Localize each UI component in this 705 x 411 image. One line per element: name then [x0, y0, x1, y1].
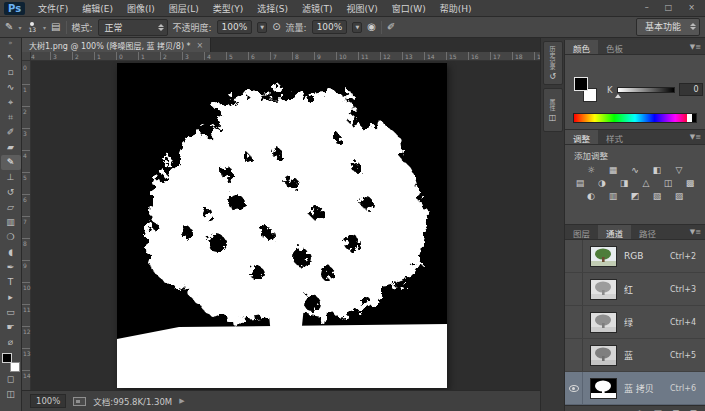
tool-lasso-icon[interactable]: ∿: [1, 80, 21, 95]
workspace-switcher[interactable]: 基本功能: [636, 18, 700, 36]
color-panel-swatches[interactable]: [574, 77, 598, 103]
tool-eyedropper-icon[interactable]: ✐: [1, 125, 21, 140]
dock-panel-properties[interactable]: 属性◫: [543, 88, 563, 132]
tool-gradient-icon[interactable]: ▥: [1, 215, 21, 230]
brush-tool-icon[interactable]: ✎: [5, 22, 13, 32]
minimize-button[interactable]: –: [645, 4, 649, 12]
close-button[interactable]: ×: [688, 4, 695, 12]
quick-mask-button[interactable]: ◻: [1, 372, 21, 387]
background-color-swatch[interactable]: [10, 362, 20, 372]
adjustment-curves-icon[interactable]: ∿: [629, 164, 642, 176]
adjustment-selective-color-icon[interactable]: ▨: [673, 190, 686, 202]
adjustment-threshold-icon[interactable]: ◩: [629, 190, 642, 202]
horizontal-ruler[interactable]: 4321012345678910111213141516171819: [31, 52, 540, 61]
k-slider[interactable]: [617, 87, 675, 93]
tool-blur-icon[interactable]: ❍: [1, 230, 21, 245]
close-tab-icon[interactable]: ×: [197, 41, 204, 50]
tool-zoom-icon[interactable]: ⌀: [1, 335, 21, 350]
k-slider-thumb[interactable]: [615, 94, 621, 98]
channel-row-green[interactable]: 绿Ctrl+4: [565, 306, 705, 339]
visibility-toggle[interactable]: [565, 372, 583, 404]
color-swatches[interactable]: [2, 353, 20, 372]
tool-healing-brush-icon[interactable]: ▰: [1, 140, 21, 155]
adjustment-black-white-icon[interactable]: ◨: [618, 177, 631, 189]
menu-item[interactable]: 图层(L): [162, 4, 206, 14]
maximize-button[interactable]: □: [665, 4, 673, 12]
adjustment-invert-icon[interactable]: ◐: [585, 190, 598, 202]
adjustment-levels-icon[interactable]: ▦: [607, 164, 620, 176]
adjustment-color-lookup-icon[interactable]: ▩: [684, 177, 697, 189]
tab-channels[interactable]: 通道: [598, 225, 631, 239]
vertical-ruler[interactable]: 01234567891011121314: [22, 61, 31, 390]
tool-history-brush-icon[interactable]: ↺: [1, 185, 21, 200]
tool-clone-stamp-icon[interactable]: ⊥: [1, 170, 21, 185]
tool-hand-icon[interactable]: ☛: [1, 320, 21, 335]
flow-dropdown-icon[interactable]: ▼: [352, 22, 362, 33]
opacity-value[interactable]: 100%: [217, 20, 253, 34]
ruler-corner[interactable]: [22, 52, 31, 61]
airbrush-icon[interactable]: ◉: [367, 22, 376, 32]
tab-styles[interactable]: 样式: [598, 130, 631, 144]
zoom-level-field[interactable]: 100%: [30, 394, 66, 408]
visibility-toggle[interactable]: [565, 273, 583, 305]
opacity-dropdown-icon[interactable]: ▼: [257, 22, 267, 33]
canvas[interactable]: [117, 63, 447, 388]
adjustment-hue-saturation-icon[interactable]: ▤: [574, 177, 587, 189]
dock-panel-history[interactable]: 历史记录↺: [543, 41, 563, 85]
channel-row-red[interactable]: 红Ctrl+3: [565, 273, 705, 306]
foreground-color-swatch[interactable]: [574, 77, 588, 91]
toggle-brush-panel-icon[interactable]: ▤: [51, 22, 60, 32]
tool-eraser-icon[interactable]: ▱: [1, 200, 21, 215]
visibility-toggle[interactable]: [565, 339, 583, 371]
spectrum-black-swatch[interactable]: [692, 114, 696, 122]
panel-menu-icon[interactable]: ▼≡: [690, 134, 701, 141]
tool-shape-icon[interactable]: ▭: [1, 305, 21, 320]
pressure-opacity-icon[interactable]: ⊙: [272, 22, 280, 32]
tab-paths[interactable]: 路径: [631, 225, 664, 239]
channel-row-blue-copy[interactable]: 蓝 拷贝Ctrl+6: [565, 372, 705, 405]
adjustment-color-balance-icon[interactable]: ◑: [596, 177, 609, 189]
tool-crop-icon[interactable]: ⌗: [1, 110, 21, 125]
document-tab[interactable]: 大树1.png @ 100% (降噪图层, 蓝 拷贝/8) * ×: [22, 38, 211, 52]
adjustment-channel-mixer-icon[interactable]: ◫: [662, 177, 675, 189]
tool-brush-icon[interactable]: ✎: [1, 155, 21, 170]
adjustment-vibrance-icon[interactable]: ▽: [673, 164, 686, 176]
menu-item[interactable]: 图像(I): [120, 4, 162, 14]
menu-item[interactable]: 类型(Y): [206, 4, 251, 14]
panel-menu-icon[interactable]: ▼≡: [690, 229, 701, 236]
menu-item[interactable]: 选择(S): [250, 4, 295, 14]
k-value-field[interactable]: 0: [679, 83, 703, 96]
adjustment-gradient-map-icon[interactable]: ▧: [651, 190, 664, 202]
adjustment-posterize-icon[interactable]: ▥: [607, 190, 620, 202]
menu-item[interactable]: 编辑(E): [75, 4, 120, 14]
adjustment-brightness-contrast-icon[interactable]: ☼: [585, 164, 598, 176]
toolbar-collapse-icon[interactable]: »: [8, 39, 12, 50]
menu-item[interactable]: 帮助(H): [433, 4, 479, 14]
foreground-color-swatch[interactable]: [2, 353, 12, 363]
channel-row-blue[interactable]: 蓝Ctrl+5: [565, 339, 705, 372]
blend-mode-select[interactable]: 正常: [98, 19, 168, 36]
flow-value[interactable]: 100%: [312, 20, 348, 34]
pressure-size-icon[interactable]: ✐: [387, 22, 395, 32]
tab-swatches[interactable]: 色板: [598, 40, 631, 54]
tab-layers[interactable]: 图层: [565, 225, 598, 239]
menu-item[interactable]: 文件(F): [31, 4, 75, 14]
tool-type-icon[interactable]: T: [1, 275, 21, 290]
panel-menu-icon[interactable]: ▼≡: [690, 44, 701, 51]
visibility-toggle[interactable]: [565, 240, 583, 272]
tab-color[interactable]: 颜色: [565, 40, 598, 54]
tool-marquee-icon[interactable]: ▫: [1, 65, 21, 80]
channel-row-rgb[interactable]: RGBCtrl+2: [565, 240, 705, 273]
menu-item[interactable]: 视图(V): [340, 4, 385, 14]
pasteboard[interactable]: [31, 61, 540, 390]
tool-dodge-icon[interactable]: ◖: [1, 245, 21, 260]
brush-preset-caret-icon[interactable]: ▾: [43, 24, 46, 31]
adjustment-exposure-icon[interactable]: ◧: [651, 164, 664, 176]
adjustment-photo-filter-icon[interactable]: △: [640, 177, 653, 189]
color-spectrum-ramp[interactable]: [573, 113, 697, 123]
screen-mode-button[interactable]: ◫: [1, 387, 21, 402]
status-options-arrow-icon[interactable]: ▶: [179, 397, 184, 405]
menu-item[interactable]: 窗口(W): [385, 4, 433, 14]
menu-item[interactable]: 滤镜(T): [295, 4, 340, 14]
tool-move-icon[interactable]: ↖: [1, 50, 21, 65]
